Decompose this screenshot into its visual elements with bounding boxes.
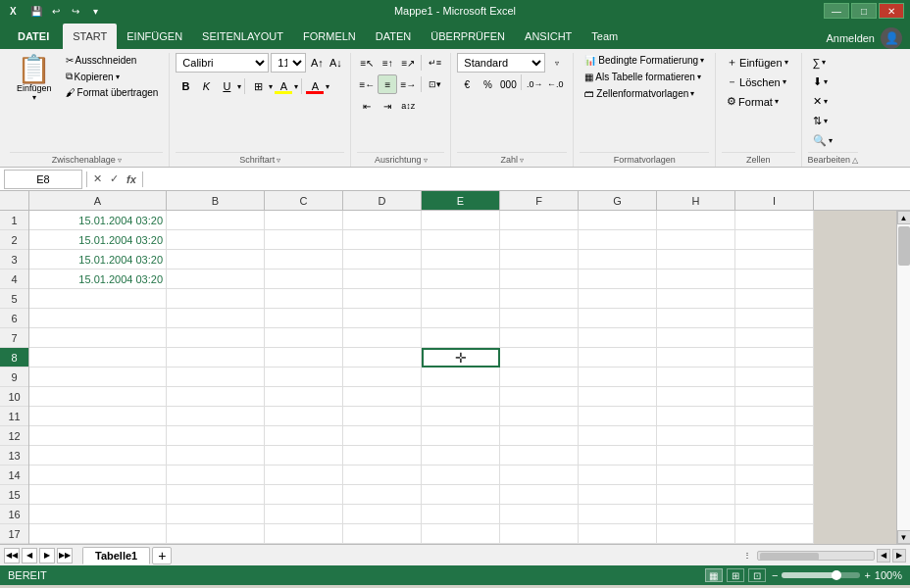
cell-B4[interactable]	[167, 270, 265, 289]
cell-A11[interactable]	[29, 407, 167, 426]
sheet-tab-tabelle1[interactable]: Tabelle1	[82, 547, 150, 564]
number-format-expand-btn[interactable]: ▿	[547, 53, 567, 73]
sort-arrow[interactable]: ▾	[824, 117, 828, 125]
underline-arrow[interactable]: ▾	[237, 82, 241, 91]
group-schriftart-expand[interactable]: ▿	[277, 156, 280, 165]
underline-button[interactable]: U	[217, 76, 236, 96]
cell-C2[interactable]	[265, 230, 343, 250]
maximize-btn[interactable]: □	[851, 3, 877, 19]
cell-A14[interactable]	[29, 466, 167, 485]
table-format-btn[interactable]: ▦ Als Tabelle formatieren ▾	[580, 70, 706, 84]
cell-B6[interactable]	[167, 309, 265, 328]
cell-D12[interactable]	[343, 426, 422, 446]
font-color-arrow[interactable]: ▾	[326, 82, 329, 91]
cut-button[interactable]: ✂Ausschneiden	[61, 53, 164, 68]
cell-B16[interactable]	[167, 505, 265, 524]
page-layout-btn[interactable]: ⊞	[727, 568, 744, 582]
row-header-11[interactable]: 11	[0, 407, 28, 426]
cell-A6[interactable]	[29, 309, 167, 328]
cell-D3[interactable]	[343, 250, 422, 270]
zoom-level[interactable]: 100%	[875, 569, 902, 581]
col-header-A[interactable]: A	[29, 191, 167, 210]
cell-C9[interactable]	[265, 368, 343, 387]
redo-quick-btn[interactable]: ↪	[67, 2, 84, 20]
cell-G12[interactable]	[579, 426, 657, 446]
border-arrow[interactable]: ▾	[269, 82, 273, 91]
cell-E4[interactable]	[422, 270, 500, 289]
cell-I14[interactable]	[735, 466, 814, 485]
cell-G6[interactable]	[579, 309, 657, 328]
align-top-center-btn[interactable]: ≡↑	[378, 53, 397, 73]
cell-A12[interactable]	[29, 426, 167, 446]
col-header-I[interactable]: I	[735, 191, 814, 210]
row-header-10[interactable]: 10	[0, 387, 28, 407]
cell-D8[interactable]	[343, 348, 422, 368]
font-color-button[interactable]: A	[305, 76, 325, 96]
row-header-9[interactable]: 9	[0, 368, 28, 387]
cell-H10[interactable]	[657, 387, 735, 407]
cell-G1[interactable]	[579, 211, 657, 230]
copy-arrow[interactable]: ▾	[116, 73, 120, 81]
user-login[interactable]: Anmelden	[826, 32, 875, 44]
cell-H7[interactable]	[657, 328, 735, 348]
cell-G3[interactable]	[579, 250, 657, 270]
fill-arrow[interactable]: ▾	[824, 77, 828, 86]
cell-D2[interactable]	[343, 230, 422, 250]
tab-überprüfen[interactable]: ÜBERPRÜFEN	[421, 24, 515, 49]
tab-seitenlayout[interactable]: SEITENLAYOUT	[192, 24, 293, 49]
cell-H2[interactable]	[657, 230, 735, 250]
cell-I8[interactable]	[735, 348, 814, 368]
row-header-8[interactable]: 8	[0, 348, 28, 368]
decimal-increase-btn[interactable]: .0→	[525, 74, 544, 94]
formula-input[interactable]	[147, 170, 906, 189]
row-header-13[interactable]: 13	[0, 446, 28, 466]
cells-delete-arrow[interactable]: ▾	[783, 77, 786, 86]
cell-G8[interactable]	[579, 348, 657, 368]
tab-einfügen[interactable]: EINFÜGEN	[117, 24, 192, 49]
cells-insert-btn[interactable]: ＋ Einfügen ▾	[722, 53, 794, 72]
indent-decrease-btn[interactable]: ⇤	[357, 96, 377, 116]
cell-F17[interactable]	[500, 524, 579, 544]
cell-E17[interactable]	[422, 524, 500, 544]
cell-E10[interactable]	[422, 387, 500, 407]
sort-filter-btn[interactable]: ⇅ ▾	[808, 112, 839, 130]
cell-C8[interactable]	[265, 348, 343, 368]
cell-C1[interactable]	[265, 211, 343, 230]
find-arrow[interactable]: ▾	[829, 136, 833, 145]
cell-H4[interactable]	[657, 270, 735, 289]
cell-H11[interactable]	[657, 407, 735, 426]
cell-E15[interactable]	[422, 485, 500, 505]
cell-A3[interactable]: 15.01.2004 03:20	[29, 250, 167, 270]
cell-I10[interactable]	[735, 387, 814, 407]
row-header-14[interactable]: 14	[0, 466, 28, 485]
cell-A4[interactable]: 15.01.2004 03:20	[29, 270, 167, 289]
cell-F9[interactable]	[500, 368, 579, 387]
cell-F14[interactable]	[500, 466, 579, 485]
cell-B12[interactable]	[167, 426, 265, 446]
cell-B15[interactable]	[167, 485, 265, 505]
customize-quick-btn[interactable]: ▾	[86, 2, 104, 20]
cell-H6[interactable]	[657, 309, 735, 328]
zoom-thumb[interactable]	[832, 570, 841, 580]
cell-A17[interactable]	[29, 524, 167, 544]
scroll-thumb[interactable]	[898, 226, 910, 266]
cell-C16[interactable]	[265, 505, 343, 524]
cell-D13[interactable]	[343, 446, 422, 466]
scroll-track[interactable]	[897, 224, 911, 530]
number-format-select[interactable]: Standard	[457, 53, 545, 73]
tab-team[interactable]: Team	[581, 24, 628, 49]
col-header-H[interactable]: H	[657, 191, 735, 210]
undo-quick-btn[interactable]: ↩	[47, 2, 65, 20]
format-painter-button[interactable]: 🖌Format übertragen	[61, 85, 164, 100]
indent-increase-btn[interactable]: ⇥	[378, 96, 397, 116]
cell-E13[interactable]	[422, 446, 500, 466]
row-header-1[interactable]: 1	[0, 211, 28, 230]
cell-F13[interactable]	[500, 446, 579, 466]
hscroll-dots[interactable]: ⋮	[741, 551, 753, 560]
row-header-17[interactable]: 17	[0, 524, 28, 544]
cell-D10[interactable]	[343, 387, 422, 407]
cell-G5[interactable]	[579, 289, 657, 309]
paste-button[interactable]: 📋 Einfügen ▾	[10, 53, 59, 105]
autosum-btn[interactable]: ∑ ▾	[808, 53, 839, 72]
cell-F12[interactable]	[500, 426, 579, 446]
